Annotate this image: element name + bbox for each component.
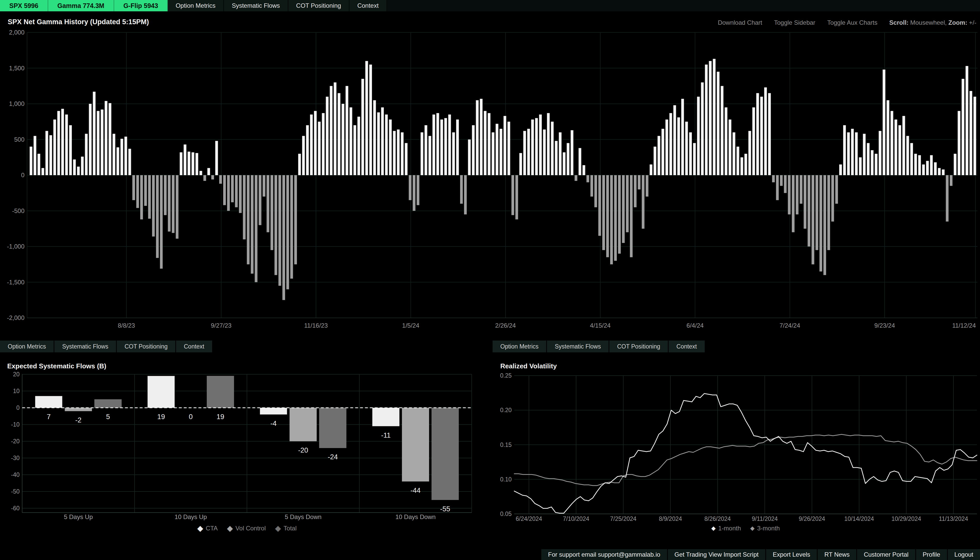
gamma-bars — [30, 59, 976, 300]
footer-logout[interactable]: Logout — [948, 549, 980, 560]
svg-text:0: 0 — [189, 413, 192, 421]
svg-text:-24: -24 — [327, 453, 338, 461]
svg-text:7/10/2024: 7/10/2024 — [563, 515, 589, 522]
right-tab-systematic-flows[interactable]: Systematic Flows — [547, 340, 609, 352]
vol-x-axis-labels: 6/24/20247/10/20247/25/20248/9/20248/26/… — [516, 515, 968, 522]
volatility-legend: ◆1-month◆3-month — [514, 525, 977, 532]
svg-text:2,000: 2,000 — [9, 29, 25, 36]
svg-text:2/26/24: 2/26/24 — [495, 322, 516, 329]
svg-text:-44: -44 — [410, 487, 421, 494]
gamma-y-axis-labels: 2,0001,5001,0005000-500-1,000-1,500-2,00… — [7, 29, 25, 321]
svg-text:0.25: 0.25 — [500, 372, 512, 379]
badge-spx-5996: SPX 5996 — [0, 0, 48, 11]
svg-text:11/12/24: 11/12/24 — [952, 322, 976, 329]
svg-text:-60: -60 — [11, 505, 20, 512]
svg-text:7/25/2024: 7/25/2024 — [610, 515, 637, 522]
svg-text:-11: -11 — [381, 432, 391, 439]
footer-customer-portal[interactable]: Customer Portal — [857, 549, 915, 560]
svg-text:0: 0 — [21, 172, 25, 178]
svg-text:-20: -20 — [298, 447, 308, 454]
svg-text:6/24/2024: 6/24/2024 — [516, 515, 542, 522]
svg-text:6/4/24: 6/4/24 — [686, 322, 704, 329]
svg-text:-55: -55 — [440, 505, 450, 513]
svg-text:0.20: 0.20 — [500, 407, 512, 413]
legend-label: 1-month — [718, 525, 741, 532]
footer-for-support-email-support-gammalab-io: For support email support@gammalab.io — [541, 549, 667, 560]
diamond-icon: ◆ — [275, 525, 281, 532]
svg-text:10 Days Up: 10 Days Up — [175, 513, 207, 520]
menu-item-context[interactable]: Context — [349, 0, 387, 11]
diamond-icon: ◆ — [197, 525, 203, 532]
left-tab-cot-positioning[interactable]: COT Positioning — [117, 340, 176, 352]
legend-item-3-month: ◆3-month — [750, 525, 780, 532]
svg-text:19: 19 — [157, 413, 165, 421]
svg-text:9/26/2024: 9/26/2024 — [799, 515, 825, 522]
svg-text:0: 0 — [16, 404, 20, 411]
flows-value-labels: 7-2519019-4-20-24-11-44-55 — [47, 413, 450, 513]
gamma-x-axis-labels: 8/8/239/27/2311/16/231/5/242/26/244/15/2… — [118, 322, 976, 329]
svg-text:9/23/24: 9/23/24 — [874, 322, 895, 329]
footer-bar: For support email support@gammalab.ioGet… — [541, 549, 980, 560]
svg-text:19: 19 — [217, 413, 224, 421]
svg-text:7/24/24: 7/24/24 — [780, 322, 800, 329]
right-tab-context[interactable]: Context — [669, 340, 705, 352]
svg-text:-10: -10 — [11, 421, 20, 428]
svg-text:-4: -4 — [270, 420, 277, 427]
legend-item-cta: ◆CTA — [197, 525, 217, 532]
svg-text:1,000: 1,000 — [9, 100, 25, 107]
left-tab-systematic-flows[interactable]: Systematic Flows — [54, 340, 117, 352]
vol-lines — [514, 393, 977, 513]
svg-text:20: 20 — [13, 371, 20, 378]
vol-y-axis-labels: 0.250.200.150.100.05 — [500, 372, 512, 517]
left-tab-context[interactable]: Context — [176, 340, 213, 352]
right-panel-tabs: Option MetricsSystematic FlowsCOT Positi… — [493, 340, 706, 352]
footer-rt-news[interactable]: RT News — [818, 549, 856, 560]
menu-item-option-metrics[interactable]: Option Metrics — [168, 0, 224, 11]
diamond-icon: ◆ — [227, 525, 233, 532]
svg-text:5: 5 — [106, 413, 110, 421]
left-panel-tabs: Option MetricsSystematic FlowsCOT Positi… — [0, 340, 213, 352]
realized-volatility-chart[interactable]: 0.250.200.150.100.056/24/20247/10/20247/… — [493, 352, 980, 549]
systematic-flows-chart[interactable]: 20100-10-20-30-40-50-607-2519019-4-20-24… — [0, 352, 491, 549]
svg-text:-500: -500 — [12, 207, 25, 214]
svg-text:-30: -30 — [11, 455, 20, 461]
diamond-icon: ◆ — [711, 525, 716, 532]
gamma-history-chart[interactable]: 2,0001,5001,0005000-500-1,000-1,500-2,00… — [0, 11, 980, 340]
right-tab-option-metrics[interactable]: Option Metrics — [493, 340, 547, 352]
svg-text:-20: -20 — [11, 438, 20, 445]
svg-text:-1,500: -1,500 — [7, 279, 25, 286]
svg-text:10 Days Down: 10 Days Down — [396, 513, 436, 520]
legend-label: CTA — [206, 525, 217, 532]
svg-text:11/13/2024: 11/13/2024 — [939, 515, 968, 522]
svg-text:9/27/23: 9/27/23 — [211, 322, 232, 329]
svg-text:-1,000: -1,000 — [7, 243, 25, 250]
diamond-icon: ◆ — [750, 525, 755, 532]
svg-text:-2,000: -2,000 — [7, 314, 25, 321]
svg-text:8/8/23: 8/8/23 — [118, 322, 135, 329]
right-tab-cot-positioning[interactable]: COT Positioning — [609, 340, 669, 352]
svg-text:10: 10 — [13, 388, 20, 394]
legend-item-total: ◆Total — [275, 525, 297, 532]
flows-y-axis-labels: 20100-10-20-30-40-50-60 — [11, 371, 20, 512]
svg-text:9/11/2024: 9/11/2024 — [752, 515, 778, 522]
footer-get-trading-view-import-script[interactable]: Get Trading View Import Script — [668, 549, 765, 560]
svg-text:8/9/2024: 8/9/2024 — [659, 515, 682, 522]
vol-gridlines — [514, 375, 977, 514]
badge-g-flip-5943: G-Flip 5943 — [114, 0, 168, 11]
svg-text:1/5/24: 1/5/24 — [402, 322, 419, 329]
left-tab-option-metrics[interactable]: Option Metrics — [0, 340, 54, 352]
flows-category-labels: 5 Days Up10 Days Up5 Days Down10 Days Do… — [64, 513, 436, 520]
menu-item-cot-positioning[interactable]: COT Positioning — [289, 0, 349, 11]
svg-text:7: 7 — [47, 413, 50, 421]
svg-text:0.15: 0.15 — [500, 442, 512, 448]
svg-text:0.10: 0.10 — [500, 476, 512, 483]
svg-text:-40: -40 — [11, 472, 20, 478]
footer-export-levels[interactable]: Export Levels — [766, 549, 817, 560]
menu-item-systematic-flows[interactable]: Systematic Flows — [224, 0, 289, 11]
svg-text:4/15/24: 4/15/24 — [590, 322, 611, 329]
svg-text:500: 500 — [14, 136, 25, 143]
footer-profile[interactable]: Profile — [916, 549, 947, 560]
legend-item-1-month: ◆1-month — [711, 525, 741, 532]
svg-text:-50: -50 — [11, 488, 20, 495]
svg-text:0.05: 0.05 — [500, 510, 512, 517]
